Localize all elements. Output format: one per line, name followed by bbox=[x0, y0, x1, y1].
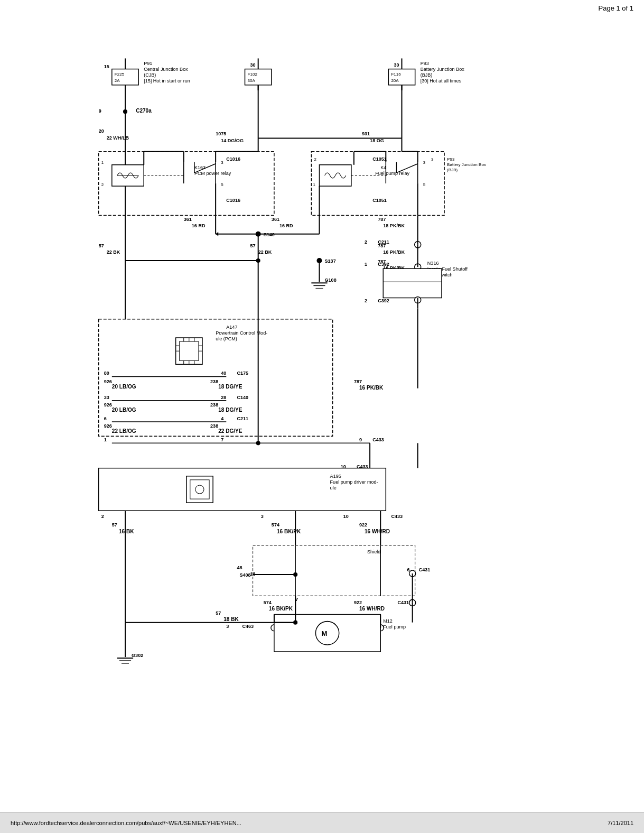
svg-text:1075: 1075 bbox=[216, 131, 226, 136]
svg-text:C140: C140 bbox=[237, 395, 248, 400]
svg-text:C1051: C1051 bbox=[372, 198, 387, 203]
svg-text:30: 30 bbox=[394, 62, 399, 68]
svg-text:3: 3 bbox=[261, 514, 264, 519]
svg-text:S140: S140 bbox=[264, 232, 275, 237]
svg-text:A147: A147 bbox=[226, 325, 237, 330]
svg-text:Powertrain Control Mod-: Powertrain Control Mod- bbox=[216, 330, 267, 336]
svg-text:18 DG/YE: 18 DG/YE bbox=[218, 407, 242, 413]
svg-text:(BJB): (BJB) bbox=[421, 72, 433, 78]
svg-text:G108: G108 bbox=[325, 277, 337, 283]
svg-text:3: 3 bbox=[226, 624, 229, 629]
svg-text:C1016: C1016 bbox=[226, 156, 240, 162]
svg-text:238: 238 bbox=[210, 402, 218, 408]
svg-text:S137: S137 bbox=[325, 258, 336, 264]
svg-text:2: 2 bbox=[365, 239, 367, 245]
svg-text:Battery Junction Box: Battery Junction Box bbox=[447, 162, 486, 167]
svg-text:C175: C175 bbox=[237, 371, 248, 376]
svg-text:4: 4 bbox=[221, 416, 223, 421]
svg-text:16 WH/RD: 16 WH/RD bbox=[359, 606, 385, 612]
page-header: Page 1 of 1 bbox=[599, 4, 634, 12]
svg-text:57: 57 bbox=[99, 243, 104, 248]
svg-text:C1016: C1016 bbox=[226, 198, 240, 203]
svg-text:9: 9 bbox=[99, 108, 101, 114]
svg-text:28: 28 bbox=[221, 395, 226, 400]
svg-text:P93: P93 bbox=[421, 61, 429, 66]
svg-point-240 bbox=[315, 622, 339, 645]
svg-text:16 RD: 16 RD bbox=[279, 223, 293, 228]
svg-text:Shield: Shield bbox=[367, 549, 380, 554]
svg-text:10: 10 bbox=[343, 514, 349, 519]
svg-text:22 WH/LB: 22 WH/LB bbox=[107, 135, 129, 141]
svg-text:22 DG/YE: 22 DG/YE bbox=[218, 428, 242, 434]
footer-date: 7/11/2011 bbox=[608, 820, 633, 826]
svg-text:40: 40 bbox=[221, 371, 226, 376]
svg-text:F102: F102 bbox=[248, 72, 258, 77]
svg-text:57: 57 bbox=[112, 522, 117, 527]
svg-text:20A: 20A bbox=[391, 78, 399, 83]
svg-text:926: 926 bbox=[104, 423, 112, 429]
svg-text:20: 20 bbox=[99, 128, 104, 134]
svg-text:922: 922 bbox=[359, 522, 367, 527]
svg-text:926: 926 bbox=[104, 379, 112, 384]
svg-text:[15] Hot in start or run: [15] Hot in start or run bbox=[144, 78, 190, 84]
svg-text:361: 361 bbox=[272, 217, 279, 222]
svg-text:F225: F225 bbox=[115, 72, 125, 77]
svg-text:16 BK/PK: 16 BK/PK bbox=[277, 528, 301, 534]
svg-text:M12: M12 bbox=[383, 618, 393, 624]
svg-text:3: 3 bbox=[221, 160, 223, 165]
svg-text:80: 80 bbox=[104, 371, 109, 376]
svg-text:16 WH/RD: 16 WH/RD bbox=[365, 528, 390, 534]
svg-text:[30] Hot at all times: [30] Hot at all times bbox=[421, 78, 462, 84]
svg-text:S408: S408 bbox=[239, 572, 250, 578]
svg-text:Fuel pump relay: Fuel pump relay bbox=[375, 171, 409, 176]
svg-text:22 BK: 22 BK bbox=[107, 249, 120, 255]
svg-text:10: 10 bbox=[341, 464, 346, 469]
svg-text:3: 3 bbox=[423, 160, 426, 165]
svg-text:C433: C433 bbox=[391, 514, 403, 519]
svg-text:361: 361 bbox=[184, 217, 192, 222]
page-number: Page 1 of 1 bbox=[599, 4, 634, 12]
svg-text:K163: K163 bbox=[194, 165, 206, 170]
svg-text:Fuel pump driver mod-: Fuel pump driver mod- bbox=[330, 479, 378, 485]
svg-text:6: 6 bbox=[104, 416, 107, 421]
svg-text:F116: F116 bbox=[391, 72, 401, 77]
svg-text:C392: C392 bbox=[378, 298, 389, 303]
svg-text:2: 2 bbox=[101, 514, 104, 519]
svg-text:5: 5 bbox=[423, 182, 426, 187]
svg-text:C431: C431 bbox=[419, 567, 431, 572]
svg-text:C433: C433 bbox=[372, 437, 384, 442]
footer-bar: http://www.fordtechservice.dealerconnect… bbox=[0, 812, 644, 833]
svg-text:20 LB/OG: 20 LB/OG bbox=[112, 384, 136, 390]
svg-text:2A: 2A bbox=[115, 78, 120, 83]
svg-text:C211: C211 bbox=[378, 239, 389, 245]
svg-text:C433: C433 bbox=[357, 464, 368, 469]
svg-text:57: 57 bbox=[216, 610, 221, 616]
svg-text:2: 2 bbox=[365, 298, 367, 303]
svg-text:16 PK/BK: 16 PK/BK bbox=[359, 385, 384, 391]
svg-text:14 DG/OG: 14 DG/OG bbox=[221, 138, 244, 143]
svg-text:18: 18 bbox=[250, 571, 256, 577]
svg-text:926: 926 bbox=[104, 402, 112, 408]
svg-text:C431: C431 bbox=[397, 600, 409, 605]
svg-text:Fuel pump: Fuel pump bbox=[383, 624, 406, 630]
svg-text:2: 2 bbox=[101, 182, 104, 187]
svg-text:3: 3 bbox=[431, 157, 434, 162]
svg-text:30A: 30A bbox=[248, 78, 256, 83]
svg-rect-212 bbox=[253, 545, 415, 596]
svg-text:9: 9 bbox=[359, 437, 362, 442]
svg-text:2: 2 bbox=[314, 157, 316, 162]
svg-text:574: 574 bbox=[272, 522, 279, 527]
svg-text:M: M bbox=[321, 630, 327, 637]
svg-text:18 PK/BK: 18 PK/BK bbox=[383, 223, 405, 228]
svg-text:1: 1 bbox=[104, 437, 107, 442]
footer-url: http://www.fordtechservice.dealerconnect… bbox=[11, 820, 241, 826]
svg-text:30: 30 bbox=[250, 62, 256, 68]
svg-point-258 bbox=[293, 621, 297, 625]
svg-text:22 BK: 22 BK bbox=[258, 249, 272, 255]
svg-text:16 RD: 16 RD bbox=[192, 223, 206, 228]
svg-text:(CJB): (CJB) bbox=[144, 72, 156, 78]
svg-text:P91: P91 bbox=[144, 61, 152, 66]
svg-text:Battery Junction Box: Battery Junction Box bbox=[421, 67, 464, 72]
svg-text:PCM power relay: PCM power relay bbox=[194, 171, 231, 176]
svg-text:(BJB): (BJB) bbox=[447, 168, 458, 172]
